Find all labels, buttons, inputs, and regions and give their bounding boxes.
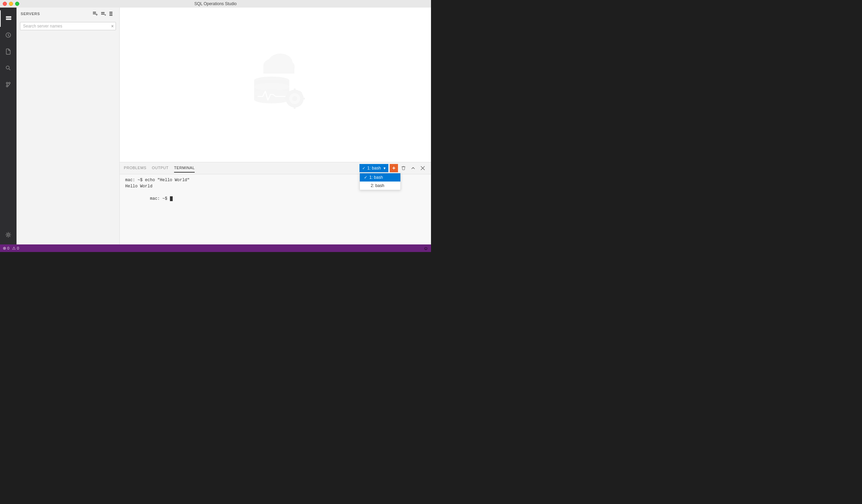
collapse-panel-button[interactable] (409, 164, 417, 172)
svg-rect-13 (101, 14, 105, 15)
server-icon (6, 15, 12, 22)
svg-point-9 (7, 234, 9, 236)
svg-point-8 (9, 82, 10, 84)
minimize-button[interactable] (9, 2, 13, 6)
svg-rect-32 (301, 98, 305, 100)
svg-rect-16 (109, 15, 112, 16)
terminal-select-button[interactable]: ✓ 1: bash ▼ (359, 164, 388, 172)
svg-point-25 (254, 89, 289, 97)
svg-rect-30 (293, 105, 295, 109)
logo-svg (231, 40, 320, 129)
smiley-icon[interactable]: ☺ (423, 245, 428, 251)
new-connection-icon (93, 11, 98, 17)
active-connections-icon (109, 11, 115, 17)
main-content: PROBLEMS OUTPUT TERMINAL ✓ 1: bash ▼ (120, 8, 431, 244)
search-input-wrapper: × (20, 22, 116, 30)
sidebar-item-settings[interactable] (0, 228, 17, 244)
titlebar: SQL Operations Studio (0, 0, 431, 8)
trash-icon (401, 166, 406, 171)
sidebar-header: SERVERS (17, 8, 119, 20)
gear-icon (5, 232, 11, 238)
close-panel-button[interactable] (419, 164, 427, 172)
status-errors[interactable]: ⊗ 0 (3, 246, 9, 251)
svg-rect-29 (293, 88, 295, 92)
status-bar-right: ☺ (423, 245, 428, 251)
status-bar-left: ⊗ 0 ⚠ 0 (3, 246, 19, 251)
error-icon: ⊗ (3, 246, 6, 251)
editor-area (120, 8, 431, 162)
app-logo (231, 40, 320, 130)
svg-point-28 (292, 96, 297, 101)
terminal-cursor (170, 196, 173, 201)
status-bar: ⊗ 0 ⚠ 0 ☺ (0, 244, 431, 252)
activity-bar (0, 8, 17, 244)
tab-problems[interactable]: PROBLEMS (124, 164, 147, 173)
terminal-option-2-label: 2: bash (371, 183, 384, 188)
app-body: SERVERS (0, 8, 431, 244)
svg-point-3 (10, 19, 11, 20)
svg-rect-12 (101, 12, 105, 13)
close-icon (420, 166, 425, 171)
terminal-dropdown: ✓ 1: bash 2: bash (359, 173, 401, 190)
panel-tabs: PROBLEMS OUTPUT TERMINAL ✓ 1: bash ▼ (120, 162, 431, 174)
error-count: 0 (7, 246, 9, 250)
svg-rect-11 (93, 13, 96, 14)
svg-point-2 (10, 17, 11, 18)
warning-count: 0 (17, 246, 19, 250)
panel-controls: ✓ 1: bash ▼ ✓ 1: bash 2 (359, 164, 427, 172)
terminal-line-3: mac: ~$ (125, 189, 425, 208)
close-button[interactable] (3, 2, 7, 6)
terminal-option-1-label: 1: bash (369, 175, 383, 180)
dropdown-arrow-icon: ▼ (383, 166, 386, 170)
search-clear-button[interactable]: × (110, 23, 115, 29)
status-warnings[interactable]: ⚠ 0 (12, 246, 19, 251)
panel-area: PROBLEMS OUTPUT TERMINAL ✓ 1: bash ▼ (120, 162, 431, 244)
sidebar-item-search[interactable] (0, 60, 17, 76)
add-server-group-button[interactable] (100, 10, 107, 17)
tab-terminal[interactable]: TERMINAL (174, 164, 195, 173)
add-terminal-button[interactable]: + (390, 164, 398, 172)
current-terminal-label: 1: bash (367, 166, 381, 171)
new-connection-button[interactable] (92, 10, 99, 17)
add-group-icon (101, 11, 106, 17)
sidebar-actions (92, 10, 115, 17)
warning-icon: ⚠ (12, 246, 16, 251)
svg-rect-31 (284, 98, 288, 100)
svg-rect-10 (93, 12, 96, 13)
search-container: × (17, 20, 119, 32)
sidebar-item-servers[interactable] (0, 10, 17, 27)
svg-rect-14 (109, 12, 112, 13)
sidebar-item-source-control[interactable] (0, 76, 17, 93)
check-mark: ✓ (362, 166, 365, 171)
history-icon (5, 32, 11, 38)
traffic-lights (3, 2, 19, 6)
maximize-button[interactable] (15, 2, 19, 6)
sidebar-item-history[interactable] (0, 27, 17, 43)
source-control-icon (5, 81, 11, 88)
terminal-selector[interactable]: ✓ 1: bash ▼ ✓ 1: bash 2 (359, 164, 388, 172)
svg-rect-15 (109, 13, 112, 14)
terminal-option-1[interactable]: ✓ 1: bash (360, 173, 400, 182)
check-icon: ✓ (364, 175, 367, 180)
sidebar: SERVERS (17, 8, 120, 244)
svg-rect-20 (263, 66, 294, 74)
sidebar-item-file[interactable] (0, 43, 17, 60)
tab-output[interactable]: OUTPUT (152, 164, 169, 173)
kill-terminal-button[interactable] (399, 164, 408, 172)
svg-point-6 (6, 82, 8, 84)
file-icon (5, 48, 11, 55)
search-icon (5, 65, 11, 71)
sidebar-title: SERVERS (21, 12, 40, 16)
active-connections-button[interactable] (108, 10, 115, 17)
terminal-prompt: mac: ~$ (150, 196, 170, 201)
chevron-up-icon (411, 166, 416, 171)
terminal-option-2[interactable]: 2: bash (360, 182, 400, 190)
window-title: SQL Operations Studio (194, 1, 237, 6)
search-input[interactable] (20, 22, 116, 30)
